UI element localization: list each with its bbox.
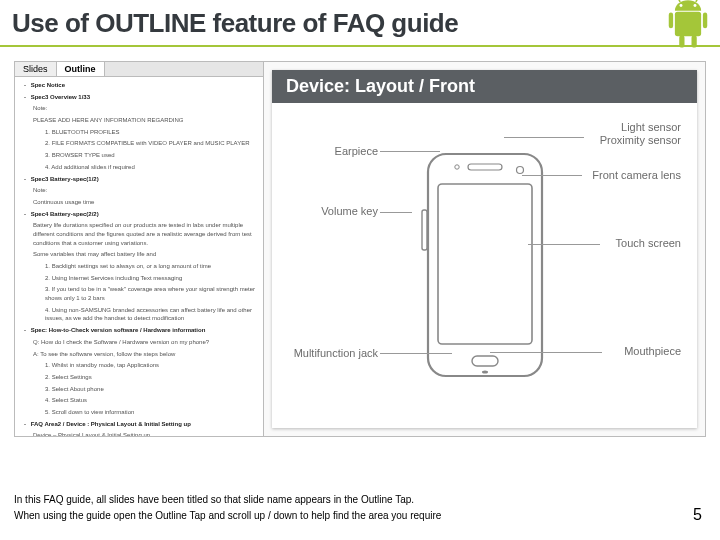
outline-item[interactable]: - FAQ Area2 / Device : Physical Layout &… <box>17 420 261 429</box>
outline-item-text: 4. Select Status <box>45 397 87 403</box>
collapse-icon[interactable]: - <box>21 420 29 429</box>
leader-line <box>504 137 584 138</box>
outline-item[interactable]: Note: <box>17 186 261 195</box>
leader-line <box>380 353 452 354</box>
svg-rect-5 <box>669 13 673 29</box>
svg-point-12 <box>516 167 523 174</box>
page-number: 5 <box>693 506 702 524</box>
outline-item-text: Some variables that may affect battery l… <box>33 251 156 257</box>
outline-item[interactable]: Q: How do I check the Software / Hardwar… <box>17 338 261 347</box>
leader-line <box>380 151 440 152</box>
pane-tabs: Slides Outline <box>15 62 263 77</box>
outline-item-text: FAQ Area2 / Device : Physical Layout & I… <box>29 421 191 427</box>
outline-item[interactable]: Some variables that may affect battery l… <box>17 250 261 259</box>
outline-item-text: Spec Notice <box>29 82 65 88</box>
outline-item[interactable]: 3. If you tend to be in a "weak" coverag… <box>17 285 261 302</box>
outline-item-text: 3. BROWSER TYPE used <box>45 152 115 158</box>
outline-item-text: Spec3 Battery-spec(1/2) <box>29 176 99 182</box>
svg-rect-6 <box>703 13 707 29</box>
outline-item-text: 4. Using non-SAMSUNG branded accessories… <box>45 307 252 322</box>
outline-item-text: 1. BLUETOOTH PROFILES <box>45 129 120 135</box>
svg-rect-14 <box>422 210 427 250</box>
outline-item[interactable]: 1. Whilst in standby mode, tap Applicati… <box>17 361 261 370</box>
outline-item-text: Note: <box>33 105 47 111</box>
svg-rect-9 <box>428 154 542 376</box>
collapse-icon[interactable]: - <box>21 175 29 184</box>
collapse-icon[interactable]: - <box>21 81 29 90</box>
outline-pane: Slides Outline - Spec Notice- Spec3 Over… <box>14 61 264 437</box>
label-volume: Volume key <box>294 205 378 218</box>
outline-item-text: Battery life durations specified on our … <box>33 222 252 245</box>
content-area: Slides Outline - Spec Notice- Spec3 Over… <box>0 47 720 437</box>
label-proximity: Proximity sensor <box>600 134 681 147</box>
outline-item-text: 1. Backlight settings set to always on, … <box>45 263 211 269</box>
outline-item[interactable]: - Spec3 Overview 1/33 <box>17 93 261 102</box>
outline-item-text: 1. Whilst in standby mode, tap Applicati… <box>45 362 159 368</box>
title-bar: Use of OUTLINE feature of FAQ guide <box>0 0 720 47</box>
slide-preview-pane: Device: Layout / Front Earpiece Volume k… <box>264 61 706 437</box>
outline-item[interactable]: 2. FILE FORMATS COMPATIBLE with VIDEO PL… <box>17 139 261 148</box>
device-diagram: Earpiece Volume key Multifunction jack L… <box>272 103 697 427</box>
leader-line <box>528 244 600 245</box>
label-camera: Front camera lens <box>592 169 681 182</box>
label-earpiece: Earpiece <box>304 145 378 158</box>
outline-item[interactable]: Note: <box>17 104 261 113</box>
label-multijack: Multifunction jack <box>268 347 378 360</box>
svg-rect-10 <box>438 184 532 344</box>
svg-line-3 <box>696 0 699 2</box>
phone-outline-icon <box>420 150 550 380</box>
outline-list[interactable]: - Spec Notice- Spec3 Overview 1/33 Note:… <box>15 77 263 436</box>
svg-point-13 <box>454 165 458 169</box>
outline-item[interactable]: - Spec3 Battery-spec(1/2) <box>17 175 261 184</box>
outline-item[interactable]: PLEASE ADD HERE ANY INFORMATION REGARDIN… <box>17 116 261 125</box>
slide: Device: Layout / Front Earpiece Volume k… <box>272 70 697 428</box>
svg-point-1 <box>694 4 697 7</box>
outline-item[interactable]: A: To see the software version, follow t… <box>17 350 261 359</box>
outline-item-text: 3. If you tend to be in a "weak" coverag… <box>45 286 255 301</box>
outline-item[interactable]: 3. Select About phone <box>17 385 261 394</box>
label-light: Light sensor <box>621 121 681 134</box>
outline-item-text: Spec4 Battery-spec(2/2) <box>29 211 99 217</box>
outline-item[interactable]: 3. BROWSER TYPE used <box>17 151 261 160</box>
outline-item[interactable]: 1. BLUETOOTH PROFILES <box>17 128 261 137</box>
svg-point-16 <box>482 371 488 374</box>
outline-item-text: Note: <box>33 187 47 193</box>
outline-item-text: Device – Physical Layout & Initial Setti… <box>33 432 150 436</box>
outline-item-text: 5. Scroll down to view information <box>45 409 134 415</box>
tab-slides[interactable]: Slides <box>15 62 57 76</box>
outline-item-text: Continuous usage time <box>33 199 94 205</box>
collapse-icon[interactable]: - <box>21 210 29 219</box>
outline-item[interactable]: Device – Physical Layout & Initial Setti… <box>17 431 261 436</box>
outline-item-text: Spec: How-to-Check version software / Ha… <box>29 327 205 333</box>
label-touch: Touch screen <box>616 237 681 250</box>
slide-title: Device: Layout / Front <box>272 70 697 103</box>
outline-item[interactable]: - Spec Notice <box>17 81 261 90</box>
outline-item-text: 2. FILE FORMATS COMPATIBLE with VIDEO PL… <box>45 140 250 146</box>
outline-item[interactable]: 4. Using non-SAMSUNG branded accessories… <box>17 306 261 323</box>
outline-item[interactable]: - Spec4 Battery-spec(2/2) <box>17 210 261 219</box>
outline-item[interactable]: Battery life durations specified on our … <box>17 221 261 247</box>
outline-item[interactable]: - Spec: How-to-Check version software / … <box>17 326 261 335</box>
tab-outline[interactable]: Outline <box>57 62 105 76</box>
svg-rect-4 <box>675 12 701 37</box>
svg-rect-8 <box>692 35 697 47</box>
outline-item[interactable]: 2. Using Internet Services including Tex… <box>17 274 261 283</box>
page-title: Use of OUTLINE feature of FAQ guide <box>12 8 708 39</box>
leader-line <box>490 352 602 353</box>
collapse-icon[interactable]: - <box>21 93 29 102</box>
outline-item[interactable]: 1. Backlight settings set to always on, … <box>17 262 261 271</box>
outline-item[interactable]: 4. Select Status <box>17 396 261 405</box>
label-mouth: Mouthpiece <box>624 345 681 358</box>
svg-rect-7 <box>679 35 684 47</box>
outline-item[interactable]: Continuous usage time <box>17 198 261 207</box>
outline-item-text: 2. Select Settings <box>45 374 92 380</box>
footer-line-2: When using the guide open the Outline Ta… <box>14 508 441 524</box>
outline-item[interactable]: 2. Select Settings <box>17 373 261 382</box>
leader-line <box>522 175 582 176</box>
outline-item[interactable]: 5. Scroll down to view information <box>17 408 261 417</box>
outline-item-text: Spec3 Overview 1/33 <box>29 94 90 100</box>
outline-item[interactable]: 4. Add additional slides if required <box>17 163 261 172</box>
collapse-icon[interactable]: - <box>21 326 29 335</box>
svg-rect-11 <box>468 164 502 170</box>
leader-line <box>380 212 412 213</box>
